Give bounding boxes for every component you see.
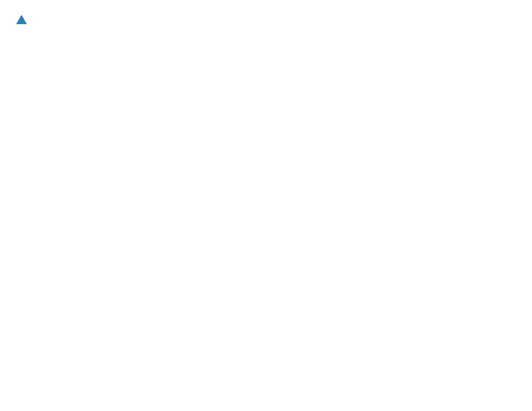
svg-marker-0 [16,15,27,24]
page-header [13,13,519,27]
logo-triangle-icon [15,13,28,27]
logo [13,13,28,27]
